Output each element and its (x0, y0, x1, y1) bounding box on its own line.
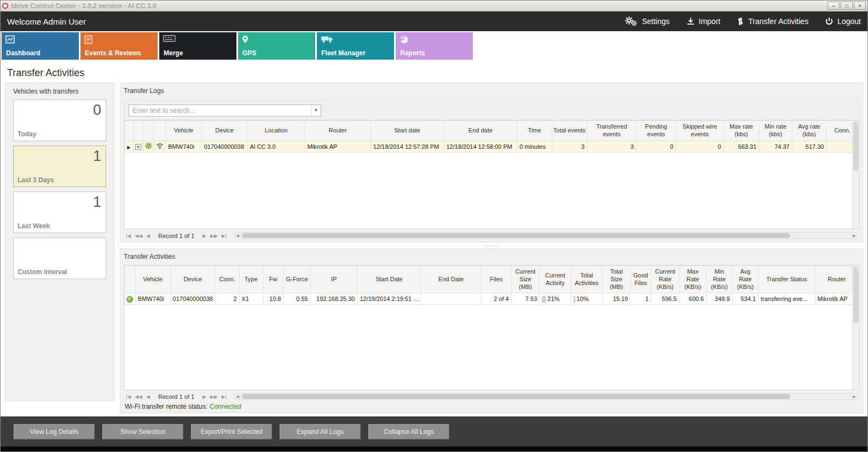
column-header[interactable]: Current Size (MB) (511, 266, 540, 293)
vertical-scrollbar[interactable] (852, 120, 859, 229)
tile-fleet-manager[interactable]: Fleet Manager (317, 32, 394, 60)
column-header[interactable]: Device (201, 121, 247, 141)
transfer-activities-label: Transfer Activities (748, 17, 808, 26)
column-header[interactable]: IP (310, 266, 357, 293)
settings-button[interactable]: Settings (625, 16, 670, 27)
column-header[interactable]: Good Files (630, 266, 651, 293)
dashboard-icon (5, 35, 16, 44)
column-header[interactable]: Time (517, 121, 552, 141)
column-header[interactable]: Min Rate (KB/s) (707, 266, 732, 293)
pager-next-button[interactable]: ▶ (201, 233, 207, 239)
scroll-right-arrow[interactable]: ▶ (851, 233, 858, 239)
close-button[interactable]: × (854, 2, 866, 10)
column-header[interactable]: Fw (263, 266, 283, 293)
column-header[interactable]: Total events (552, 121, 587, 141)
row-expand-cell[interactable]: + (133, 141, 143, 152)
vertical-scrollbar[interactable] (852, 265, 859, 390)
column-header[interactable]: Current Activity (540, 266, 571, 293)
column-header[interactable]: Start date (371, 121, 444, 141)
scroll-left-arrow[interactable]: ◀ (234, 393, 241, 399)
column-header[interactable]: Conn. (215, 266, 239, 293)
card-label: Today (18, 130, 36, 138)
column-header[interactable]: Files (481, 266, 511, 293)
column-header[interactable]: G-Force (283, 266, 310, 293)
column-header[interactable]: Transferred events (587, 121, 636, 141)
pager-next-page-button[interactable]: ▶▶ (209, 394, 219, 399)
column-header[interactable]: Total Activities (571, 266, 603, 293)
scroll-right-arrow[interactable]: ▶ (851, 393, 858, 399)
pager-last-button[interactable]: ▶| (221, 233, 228, 239)
column-header[interactable]: Avg Rate (KB/s) (732, 266, 758, 293)
card-last-week[interactable]: 1 Last Week (13, 192, 106, 233)
pager-first-button[interactable]: |◀ (125, 394, 132, 399)
column-header[interactable]: Max Rate (KB/s) (679, 266, 706, 293)
scrollbar-thumb[interactable] (242, 233, 790, 238)
column-header[interactable]: Router (305, 121, 371, 141)
pager-prev-button[interactable]: ◀ (145, 394, 151, 399)
horizontal-scrollbar[interactable]: ◀ ▶ (234, 393, 858, 400)
horizontal-scrollbar[interactable]: ◀ ▶ (234, 232, 858, 239)
column-header[interactable]: Device (170, 266, 215, 293)
panel-splitter[interactable]: ······ (120, 242, 863, 248)
scroll-left-arrow[interactable]: ◀ (234, 233, 241, 239)
header-blank-cell (154, 121, 166, 141)
collapse-all-logs-button[interactable]: Collapse All Logs (368, 424, 449, 439)
column-header[interactable]: Transfer Status (759, 266, 815, 293)
column-header[interactable]: End Date (421, 266, 481, 293)
search-dropdown-button[interactable]: ▼ (311, 105, 321, 116)
scrollbar-thumb[interactable] (853, 121, 858, 171)
column-header[interactable]: Total Size (MB) (603, 266, 630, 293)
pager-first-button[interactable]: |◀ (125, 233, 132, 239)
view-log-details-button[interactable]: View Log Details (14, 424, 95, 439)
pager-next-button[interactable]: ▶ (201, 394, 207, 399)
expand-all-logs-button[interactable]: Expand All Logs (280, 424, 361, 439)
card-custom-interval[interactable]: Custom Interval (13, 237, 106, 279)
status-online-dot-icon (126, 296, 133, 303)
tile-merge[interactable]: Merge (159, 32, 236, 60)
header-row: VehicleDeviceConn.TypeFwG-ForceIPStart D… (125, 266, 859, 293)
export-print-selected-button[interactable]: Export/Print Selected (191, 424, 272, 439)
expand-plus-icon[interactable]: + (135, 144, 141, 150)
pager-last-button[interactable]: ▶| (221, 394, 228, 399)
tile-dashboard[interactable]: Dashboard (2, 32, 79, 60)
card-last-3-days[interactable]: 1 Last 3 Days (13, 146, 106, 187)
pager-prev-page-button[interactable]: ◀◀ (134, 233, 143, 239)
column-header[interactable]: Vehicle (135, 266, 170, 293)
column-header[interactable]: Current Rate (KB/s) (651, 266, 680, 293)
column-header[interactable]: Avg rate (kbs) (792, 121, 826, 141)
logout-button[interactable]: Logout (825, 17, 861, 26)
column-header[interactable]: Min rate (kbs) (759, 121, 792, 141)
pager-next-page-button[interactable]: ▶▶ (209, 233, 219, 239)
maximize-button[interactable]: □ (841, 2, 853, 10)
transfer-activities-button[interactable]: Transfer Activities (737, 17, 808, 26)
main-area: Vehicles with transfers 0 Today 1 Last 3… (1, 83, 867, 416)
table-row[interactable]: BMW740i0170400000382X110.80.55192.168.25… (125, 293, 859, 305)
table-cell: X1 (239, 293, 263, 305)
column-header[interactable]: End date (444, 121, 517, 141)
column-header[interactable]: Type (239, 266, 263, 293)
header-row: VehicleDeviceLocationRouterStart dateEnd… (125, 121, 859, 141)
table-cell: 2 (215, 293, 239, 305)
card-today[interactable]: 0 Today (13, 100, 106, 141)
tile-events-reviews[interactable]: Events & Reviews (80, 32, 158, 60)
pager-prev-button[interactable]: ◀ (145, 233, 151, 239)
card-label: Last Week (18, 222, 50, 230)
column-header[interactable]: Skipped wire events (676, 121, 724, 141)
column-header[interactable]: Location (247, 121, 305, 141)
show-selection-button[interactable]: Show Selection (102, 424, 183, 439)
tile-label: Events & Reviews (85, 49, 141, 57)
column-header[interactable]: Max rate (kbs) (724, 121, 759, 141)
column-header[interactable]: Pending events (636, 121, 676, 141)
table-row[interactable]: ▶+BMW740i017040000038Al CC 3.0Mikrotik A… (125, 141, 859, 152)
column-header[interactable]: Start Date (357, 266, 421, 293)
minimize-button[interactable]: – (828, 2, 840, 10)
column-header[interactable]: Vehicle (166, 121, 201, 141)
scrollbar-thumb[interactable] (242, 394, 790, 399)
search-input[interactable] (129, 107, 311, 114)
tile-label: GPS (242, 49, 256, 57)
tile-gps[interactable]: GPS (238, 32, 315, 60)
scrollbar-thumb[interactable] (853, 266, 858, 323)
pager-prev-page-button[interactable]: ◀◀ (134, 394, 143, 399)
tile-reports[interactable]: Reports (396, 32, 473, 60)
import-button[interactable]: Import (686, 17, 721, 26)
